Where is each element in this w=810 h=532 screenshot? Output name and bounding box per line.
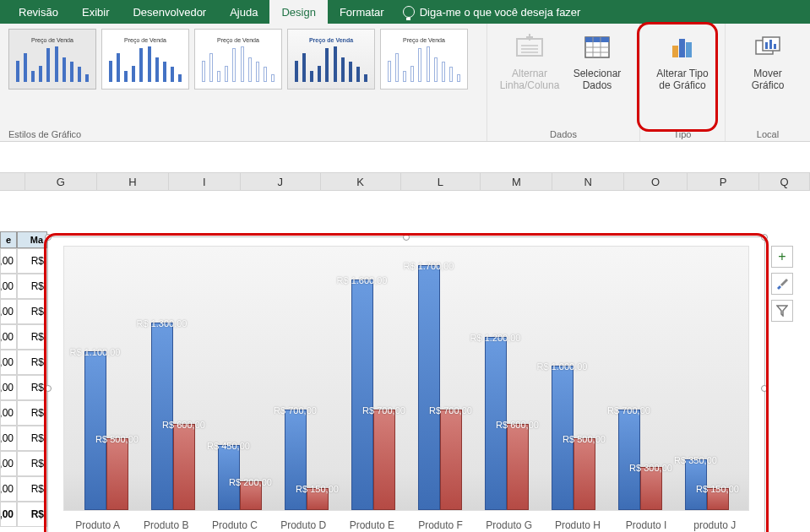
cell-value[interactable]: R$ <box>17 426 47 451</box>
bar-blue[interactable]: R$ 1.300,00 <box>151 323 173 510</box>
data-label: R$ 1.100,00 <box>70 347 121 357</box>
resize-handle[interactable] <box>45 385 52 392</box>
cell-value[interactable]: 0,00 <box>0 375 17 400</box>
bar-group[interactable]: R$ 450,00R$ 200,00 <box>209 445 271 510</box>
bar-group[interactable]: R$ 1.600,00R$ 700,00 <box>342 280 405 510</box>
chart-filters-button[interactable] <box>771 300 793 322</box>
col-header[interactable]: M <box>481 173 552 190</box>
chart-style-4[interactable]: Preço de Venda <box>287 29 375 90</box>
embedded-chart[interactable]: R$ 1.100,00R$ 500,00R$ 1.300,00R$ 600,00… <box>47 236 765 532</box>
bar-group[interactable]: R$ 1.700,00R$ 700,00 <box>409 265 471 510</box>
cell-value[interactable]: 0,00 <box>0 451 17 476</box>
col-header[interactable]: L <box>401 173 481 190</box>
bar-blue[interactable]: R$ 1.600,00 <box>351 280 373 510</box>
col-header[interactable]: G <box>25 173 97 190</box>
x-axis-label: Produto D <box>272 519 334 531</box>
tab-exibir[interactable]: Exibir <box>70 0 122 24</box>
x-axis-label: Produto F <box>410 519 472 531</box>
group-dados: Alternar Linha/Coluna Selecionar Dados D… <box>487 24 640 141</box>
chart-styles-button[interactable] <box>771 273 793 295</box>
bar-red[interactable]: R$ 300,00 <box>640 467 662 510</box>
bar-red[interactable]: R$ 150,00 <box>707 488 729 510</box>
cell-value[interactable]: R$ <box>17 248 47 274</box>
select-data-button[interactable]: Selecionar Dados <box>563 29 631 92</box>
x-axis-label: Produto H <box>546 519 609 531</box>
col-header[interactable]: Q <box>759 173 810 190</box>
bar-blue[interactable]: R$ 1.700,00 <box>418 265 440 510</box>
cell-value[interactable]: 0,00 <box>0 299 17 324</box>
chart-elements-button[interactable]: + <box>771 246 793 268</box>
bar-red[interactable]: R$ 500,00 <box>574 438 595 510</box>
group-tipo: Alterar Tipo de Gráfico Tipo <box>640 24 726 141</box>
tab-desenvolvedor[interactable]: Desenvolvedor <box>121 0 218 24</box>
change-chart-type-button[interactable]: Alterar Tipo de Gráfico <box>649 29 716 92</box>
cell-value[interactable]: 0,00 <box>0 400 17 426</box>
resize-handle[interactable] <box>761 385 768 392</box>
bar-group[interactable]: R$ 350,00R$ 150,00 <box>676 459 738 510</box>
tab-formatar[interactable]: Formatar <box>328 0 396 24</box>
bar-red[interactable]: R$ 600,00 <box>173 424 195 510</box>
cell-value[interactable]: 0,00 <box>0 274 17 299</box>
bar-red[interactable]: R$ 700,00 <box>440 410 462 510</box>
chart-style-5[interactable]: Preço de Venda <box>380 29 468 90</box>
data-label: R$ 700,00 <box>274 405 317 415</box>
cell-value[interactable]: R$ <box>17 274 47 299</box>
resize-handle[interactable] <box>403 234 410 241</box>
switch-row-col-button: Alternar Linha/Coluna <box>496 29 563 92</box>
cell-value[interactable]: R$ <box>17 299 47 324</box>
bar-group[interactable]: R$ 1.200,00R$ 600,00 <box>476 337 538 510</box>
bar-blue[interactable]: R$ 700,00 <box>618 410 640 510</box>
group-chart-styles: Preço de Venda Preço de Venda Preço de V… <box>0 24 487 141</box>
data-label: R$ 350,00 <box>674 455 717 465</box>
col-header[interactable]: J <box>241 173 321 190</box>
cell-value[interactable]: R$ <box>17 476 47 502</box>
bar-red[interactable]: R$ 200,00 <box>240 481 262 510</box>
bar-red[interactable]: R$ 150,00 <box>307 488 329 510</box>
x-axis-label: Produto C <box>204 519 266 531</box>
resize-handle[interactable] <box>45 234 52 241</box>
col-header[interactable]: N <box>552 173 624 190</box>
cell-header-ma: Ma <box>17 231 47 248</box>
tell-me-search[interactable]: Diga-me o que você deseja fazer <box>403 6 581 19</box>
chart-plot-area[interactable]: R$ 1.100,00R$ 500,00R$ 1.300,00R$ 600,00… <box>63 246 749 511</box>
cell-value[interactable]: R$ <box>17 451 47 476</box>
bar-blue[interactable]: R$ 700,00 <box>285 410 307 510</box>
x-axis-label: produto J <box>683 519 746 531</box>
col-header[interactable]: K <box>321 173 401 190</box>
svg-rect-0 <box>517 39 542 56</box>
cell-value[interactable]: R$ <box>17 350 47 375</box>
chart-style-3[interactable]: Preço de Venda <box>194 29 282 90</box>
svg-rect-12 <box>765 42 768 49</box>
col-header[interactable]: I <box>169 173 241 190</box>
bar-group[interactable]: R$ 1.000,00R$ 500,00 <box>542 366 605 510</box>
cell-value[interactable]: 0,00 <box>0 476 17 502</box>
col-header[interactable]: P <box>688 173 759 190</box>
tab-revisao[interactable]: Revisão <box>7 0 70 24</box>
cell-value[interactable]: R$ <box>17 400 47 426</box>
cell-value[interactable]: 0,00 <box>0 426 17 451</box>
bar-group[interactable]: R$ 700,00R$ 300,00 <box>609 410 671 510</box>
tab-ajuda[interactable]: Ajuda <box>218 0 269 24</box>
cell-value[interactable]: 0,00 <box>0 248 17 274</box>
move-chart-button[interactable]: Mover Gráfico <box>734 29 802 92</box>
bar-red[interactable]: R$ 600,00 <box>507 424 529 510</box>
bar-red[interactable]: R$ 500,00 <box>106 438 128 510</box>
cell-value[interactable]: 0,00 <box>0 350 17 375</box>
data-label: R$ 700,00 <box>607 405 650 415</box>
col-header[interactable]: O <box>624 173 688 190</box>
chart-style-1[interactable]: Preço de Venda <box>8 29 96 90</box>
tab-design[interactable]: Design <box>269 0 327 24</box>
bar-group[interactable]: R$ 1.100,00R$ 500,00 <box>75 351 138 510</box>
cell-value[interactable]: 0,00 <box>0 324 17 350</box>
bar-group[interactable]: R$ 700,00R$ 150,00 <box>275 410 338 510</box>
data-label: R$ 150,00 <box>696 484 739 494</box>
resize-handle[interactable] <box>761 234 768 241</box>
bar-blue[interactable]: R$ 1.100,00 <box>84 351 106 510</box>
cell-value[interactable]: R$ <box>17 375 47 400</box>
ribbon-body: Preço de Venda Preço de Venda Preço de V… <box>0 24 810 142</box>
cell-value[interactable]: R$ <box>17 324 47 350</box>
bar-group[interactable]: R$ 1.300,00R$ 600,00 <box>142 323 204 510</box>
bar-red[interactable]: R$ 700,00 <box>373 410 395 510</box>
chart-style-2[interactable]: Preço de Venda <box>101 29 189 90</box>
col-header[interactable]: H <box>97 173 169 190</box>
